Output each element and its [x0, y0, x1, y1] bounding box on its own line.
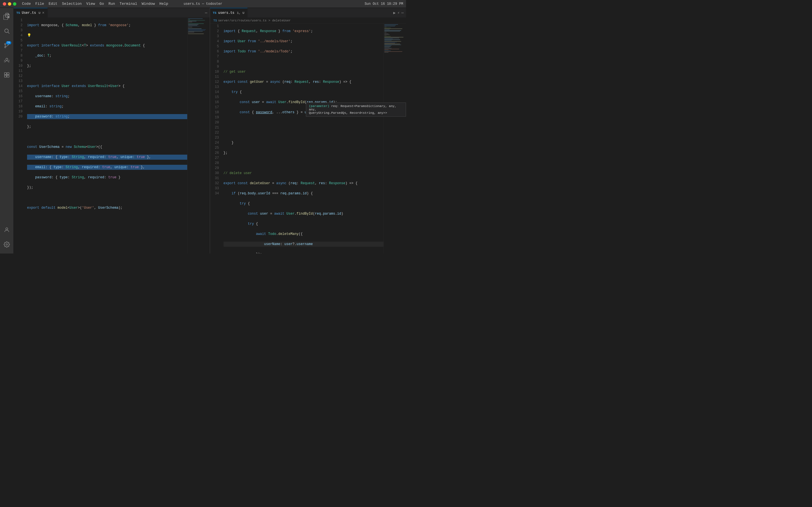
split-editor-right-icon[interactable]: ⚡ [397, 10, 400, 15]
left-tab-users-ts[interactable]: TS User.ts U × [13, 8, 48, 18]
code-line-16: password: { type: String, required: true… [27, 175, 187, 180]
activity-icon-search[interactable] [0, 24, 13, 38]
activity-icon-source-control[interactable]: 70 [0, 39, 13, 52]
svg-line-7 [4, 60, 5, 61]
window-title: users.ts — todoster [184, 2, 222, 6]
code-line-15: email: { type: String, required: true, u… [27, 165, 187, 170]
activity-bar-bottom [0, 223, 13, 253]
svg-rect-14 [7, 75, 9, 77]
svg-line-8 [8, 60, 9, 61]
maximize-button[interactable] [13, 2, 16, 6]
tab-modified-indicator: U [39, 11, 41, 15]
right-code-area[interactable]: 1 2 3 4 5 6 7 8 9 10 11 [210, 24, 406, 253]
menu-terminal[interactable]: Terminal [119, 2, 137, 6]
code-line-3: export interface UserResult<T> extends m… [27, 43, 187, 48]
code-line-2: 💡 [27, 33, 187, 38]
more-actions-icon[interactable]: ⋯ [402, 10, 404, 15]
svg-line-1 [8, 32, 9, 34]
titlebar-right: Sun Oct 16 10:29 PM [364, 2, 403, 6]
minimap-content [188, 18, 210, 35]
r-code-line-21: await Todo.deleteMany({ [223, 231, 384, 237]
tab-close-button[interactable]: × [42, 11, 44, 15]
ts-badge-right: TS [213, 11, 216, 15]
svg-point-15 [6, 228, 8, 230]
r-code-line-12: } [223, 140, 384, 145]
menu-bar: Code File Edit Selection View Go Run Ter… [22, 2, 168, 6]
app: 70 [0, 8, 406, 253]
source-control-badge: 70 [6, 41, 11, 45]
r-code-line-14 [223, 161, 384, 166]
r-code-line-10 [223, 120, 384, 125]
right-minimap-content [384, 24, 406, 54]
activity-icon-explorer[interactable] [0, 10, 13, 23]
code-line-20 [27, 216, 187, 221]
code-line-12 [27, 134, 187, 139]
menu-window[interactable]: Window [142, 2, 155, 6]
menu-code[interactable]: Code [22, 2, 31, 6]
menu-run[interactable]: Run [109, 2, 115, 6]
code-line-18 [27, 195, 187, 200]
left-code-content[interactable]: import mongoose, { Schema, model } from … [26, 18, 187, 253]
code-line-4: _doc: T; [27, 53, 187, 58]
right-editor-pane: TS users.ts 1, U ▶ ⚡ ⋯ TS server/src/rou… [210, 8, 406, 253]
r-code-line-23: }); [223, 252, 384, 253]
activity-bar: 70 [0, 8, 13, 253]
editors-container: TS User.ts U × ⋯ 1 2 3 [13, 8, 406, 253]
left-code-area[interactable]: 1 2 3 4 5 6 7 8 9 10 11 12 13 [13, 18, 210, 253]
menu-selection[interactable]: Selection [62, 2, 82, 6]
menu-file[interactable]: File [35, 2, 44, 6]
r-code-line-7: try { [223, 90, 384, 95]
menu-view[interactable]: View [86, 2, 95, 6]
code-line-11: }; [27, 124, 187, 129]
run-icon[interactable]: ▶ [393, 10, 396, 15]
menu-help[interactable]: Help [159, 2, 168, 6]
activity-icon-settings[interactable] [0, 238, 13, 251]
breadcrumb-ts-icon: TS [213, 19, 217, 22]
code-line-14: username: { type: String, required: true… [27, 155, 187, 160]
svg-point-6 [6, 58, 8, 60]
svg-rect-12 [7, 73, 9, 75]
activity-icon-extensions[interactable] [0, 68, 13, 82]
editors-split: TS User.ts U × ⋯ 1 2 3 [13, 8, 406, 253]
svg-rect-11 [4, 73, 6, 75]
right-tab-users-ts[interactable]: TS users.ts 1, U [210, 8, 248, 18]
svg-point-4 [4, 47, 6, 48]
svg-rect-13 [4, 75, 6, 77]
r-code-line-22: userName: user?.username [223, 242, 384, 247]
titlebar: Code File Edit Selection View Go Run Ter… [0, 0, 406, 8]
svg-point-2 [4, 43, 6, 45]
r-code-line-3: import Todo from '../models/Todo'; [223, 49, 384, 54]
breadcrumb-text: server/src/routes/users.ts > deleteUser [218, 19, 291, 22]
r-code-line-18: try { [223, 201, 384, 206]
svg-point-0 [4, 29, 8, 33]
right-tab-bar: TS users.ts 1, U ▶ ⚡ ⋯ [210, 8, 406, 18]
code-line-13: const UserSchema = new Schema<User>({ [27, 145, 187, 150]
tab-label: User.ts [22, 11, 36, 15]
activity-icon-account[interactable] [0, 223, 13, 237]
r-code-line-9: const { password, ...others } = user?._d… [223, 110, 384, 115]
left-editor-actions: ⋯ [205, 10, 209, 15]
r-code-line-8: const user = await User.findById(req.par… [223, 100, 384, 105]
minimize-button[interactable] [8, 2, 11, 6]
r-code-line-13: }; [223, 151, 384, 156]
code-line-8: username: string; [27, 94, 187, 99]
right-code-content[interactable]: import { Request, Response } from 'expre… [222, 24, 384, 253]
menu-go[interactable]: Go [100, 2, 104, 6]
close-button[interactable] [3, 2, 6, 6]
right-breadcrumb: TS server/src/routes/users.ts > deleteUs… [210, 18, 406, 24]
left-tab-bar: TS User.ts U × ⋯ [13, 8, 210, 18]
code-line-19: export default model<User>('User', UserS… [27, 205, 187, 210]
r-code-line-5: // get user [223, 69, 384, 74]
r-code-line-11 [223, 130, 384, 135]
code-line-5: }; [27, 63, 187, 68]
r-code-line-20: try { [223, 221, 384, 226]
code-line-10: password: string; [27, 114, 187, 119]
r-code-line-15: // delete user [223, 171, 384, 176]
split-editor-icon[interactable]: ⋯ [205, 10, 207, 15]
left-minimap [187, 18, 210, 253]
menu-edit[interactable]: Edit [49, 2, 57, 6]
activity-icon-run-debug[interactable] [0, 54, 13, 67]
svg-point-16 [6, 244, 8, 245]
editor-area: TS User.ts U × ⋯ 1 2 3 [13, 8, 406, 253]
r-code-line-4 [223, 59, 384, 64]
